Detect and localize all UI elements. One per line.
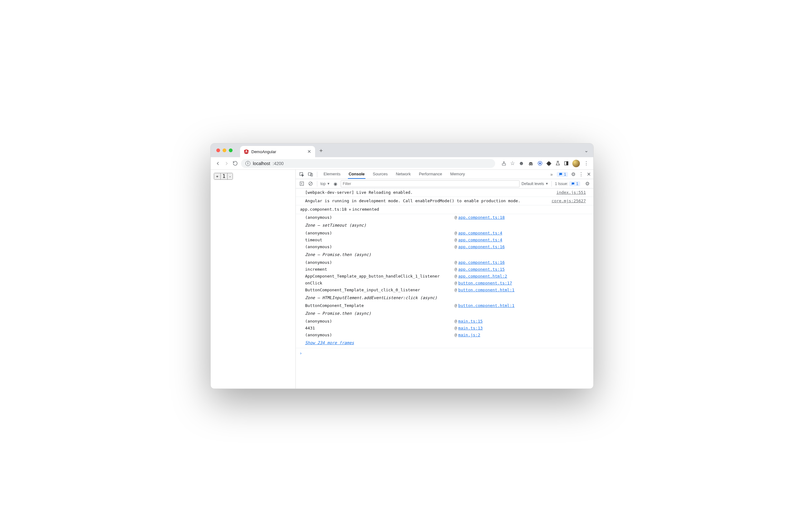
devtools-tab-network[interactable]: Network [395,170,411,179]
close-window[interactable] [216,149,220,152]
toolbar-right: ☆ ☻ ⋮ [501,160,589,167]
counter-value: 1 [221,173,228,179]
stack-frame-link[interactable]: app.component.ts:4 [458,231,502,235]
site-info-icon[interactable]: i [245,161,250,166]
close-tab-icon[interactable]: ✕ [307,149,311,154]
decrement-button[interactable]: - [228,173,233,179]
stack-frame: (anonymous)@app.component.ts:16 [305,244,593,250]
trace-header[interactable]: app.component.ts:18 ▼incremented [296,205,593,214]
trace-source[interactable]: app.component.ts:18 [300,207,347,212]
devtools-menu-icon[interactable]: ⋮ [579,171,583,177]
devtools-tabs: ElementsConsoleSourcesNetworkPerformance… [323,170,546,179]
devtools-tab-performance[interactable]: Performance [418,170,443,179]
svg-point-2 [531,164,533,165]
reload-button[interactable] [233,161,238,166]
back-button[interactable] [215,161,221,166]
browser-toolbar: i localhost:4200 ☆ ☻ ⋮ [211,157,593,170]
browser-window: DemoAngular ✕ ＋ ⌄ i localhost:4200 ☆ ☻ [210,143,594,389]
more-tabs-icon[interactable]: » [548,171,555,178]
stack-frame: (anonymous)@app.component.ts:18 [305,214,593,221]
stack-frame-link[interactable]: main.ts:15 [458,319,483,324]
expand-tabstrip-icon[interactable]: ⌄ [584,148,588,153]
console-prompt[interactable]: › [296,348,593,358]
devtools-tab-memory[interactable]: Memory [449,170,465,179]
stack-frame: (anonymous)@main.ts:15 [305,318,593,325]
inspect-element-icon[interactable] [298,171,305,178]
incognito-icon[interactable] [528,161,534,166]
console-toolbar: top ▼ ◉ Default levels ▼ 1 Issue: 1 ⚙ [296,179,593,189]
address-bar[interactable]: i localhost:4200 [241,159,495,168]
bookmark-icon[interactable]: ☆ [510,160,515,167]
live-expression-icon[interactable]: ◉ [332,180,339,187]
stack-frame-link[interactable]: app.component.html:2 [458,274,508,279]
stack-frame: ButtonComponent_Template@button.componen… [305,302,593,309]
stack-frame: (anonymous)@app.component.ts:4 [305,230,593,236]
log-text: [webpack-dev-server] Live Reloading enab… [305,190,413,195]
stack-frame: increment@app.component.ts:15 [305,266,593,273]
devtools-tab-console[interactable]: Console [348,170,365,179]
stack-frame: (anonymous)@main.js:2 [305,331,593,339]
issues-button[interactable]: 1 Issue: 1 [555,181,580,186]
window-controls [216,149,233,152]
console-log: index.js:551[webpack-dev-server] Live Re… [296,189,593,197]
stack-async-boundary: Zone — Promise.then (async) [305,250,593,259]
log-source-link[interactable]: index.js:551 [556,189,586,196]
reading-list-icon[interactable] [564,161,569,166]
counter-widget: + 1 - [214,173,233,180]
labs-icon[interactable] [555,161,560,166]
devtools-header-right: 1 ⚙ ⋮ ✕ [557,171,591,177]
devtools-settings-icon[interactable]: ⚙ [571,171,575,177]
stack-async-boundary: Zone — Promise.then (async) [305,309,593,318]
stack-frame-link[interactable]: app.component.ts:4 [458,238,502,242]
tab-title: DemoAngular [251,149,305,154]
log-levels-selector[interactable]: Default levels ▼ [521,182,548,186]
browser-tab[interactable]: DemoAngular ✕ [240,146,315,157]
extension-icon-1[interactable]: ☻ [519,160,524,167]
svg-point-1 [529,164,531,165]
svg-point-4 [539,163,540,164]
profile-avatar[interactable] [572,160,580,167]
console-settings-icon[interactable]: ⚙ [585,180,590,187]
devtools-tab-sources[interactable]: Sources [372,170,388,179]
increment-button[interactable]: + [214,173,221,179]
stack-frame-link[interactable]: app.component.ts:18 [458,215,505,220]
stack-frame-link[interactable]: button.component.ts:17 [458,281,512,285]
new-tab-button[interactable]: ＋ [318,147,324,154]
maximize-window[interactable] [229,149,233,152]
stack-async-boundary: Zone — HTMLInputElement.addEventListener… [305,293,593,302]
app-page: + 1 - [211,170,296,388]
messages-badge[interactable]: 1 [557,172,568,177]
device-toolbar-icon[interactable] [307,171,314,178]
svg-rect-6 [567,162,568,165]
tab-strip: DemoAngular ✕ ＋ ⌄ [211,144,593,157]
stack-frame-link[interactable]: app.component.ts:15 [458,267,505,272]
chrome-menu-icon[interactable]: ⋮ [583,160,589,167]
stack-frame-link[interactable]: app.component.ts:16 [458,244,505,249]
share-icon[interactable] [501,161,506,166]
extension-icon-2[interactable] [537,161,543,166]
clear-console-icon[interactable] [307,180,314,187]
trace-label: incremented [352,207,379,212]
stack-frame-link[interactable]: button.component.html:1 [458,303,515,308]
divider [317,181,317,187]
devtools-tab-elements[interactable]: Elements [323,170,341,179]
devtools-panel: ElementsConsoleSourcesNetworkPerformance… [296,170,593,388]
divider [551,181,552,187]
minimize-window[interactable] [223,149,226,152]
console-sidebar-icon[interactable] [298,180,305,187]
devtools-header: ElementsConsoleSourcesNetworkPerformance… [296,170,593,179]
context-selector[interactable]: top ▼ [320,182,330,186]
stack-trace: (anonymous)@app.component.ts:18Zone — se… [296,214,593,339]
console-filter-input[interactable] [341,180,520,187]
disclosure-triangle-icon[interactable]: ▼ [349,207,351,213]
show-more-frames[interactable]: Show 234 more frames [296,339,593,348]
stack-frame-link[interactable]: app.component.ts:16 [458,260,505,265]
stack-frame-link[interactable]: main.ts:13 [458,326,483,330]
stack-frame-link[interactable]: button.component.html:1 [458,288,515,292]
devtools-close-icon[interactable]: ✕ [587,171,591,177]
extensions-puzzle-icon[interactable] [547,161,552,166]
console-log: core.mjs:25627Angular is running in deve… [296,197,593,205]
stack-frame-link[interactable]: main.js:2 [458,332,480,337]
stack-frame: timeout@app.component.ts:4 [305,236,593,244]
log-source-link[interactable]: core.mjs:25627 [551,198,586,204]
